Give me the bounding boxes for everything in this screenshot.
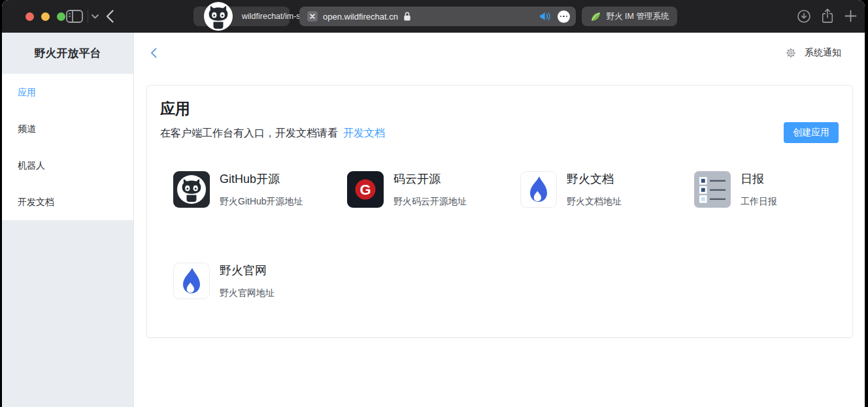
app-item-github[interactable]: GitHub开源 野火GitHub开源地址 bbox=[173, 171, 347, 208]
create-app-button[interactable]: 创建应用 bbox=[784, 122, 839, 143]
app-item-desc: 野火文档地址 bbox=[567, 196, 622, 208]
card-description: 在客户端工作台有入口，开发文档请看开发文档 bbox=[160, 127, 839, 140]
app-item-name: 码云开源 bbox=[393, 172, 467, 186]
sidebar-filler bbox=[2, 220, 133, 407]
lock-icon bbox=[403, 11, 411, 22]
leaf-icon bbox=[590, 11, 601, 22]
app-item-name: 野火官网 bbox=[220, 263, 275, 278]
app-item-desc: 野火GitHub开源地址 bbox=[220, 196, 303, 208]
app-title: 野火开放平台 bbox=[2, 33, 133, 74]
sidebar-nav: 应用 频道 机器人 开发文档 bbox=[2, 74, 133, 220]
applications-card: 应用 在客户端工作台有入口，开发文档请看开发文档 创建应用 GitHub开源 野… bbox=[146, 85, 853, 338]
tab-admin-label: 野火 IM 管理系统 bbox=[607, 11, 669, 22]
sidebar-item-channels[interactable]: 频道 bbox=[2, 110, 133, 147]
audio-speaker-icon[interactable] bbox=[539, 11, 552, 22]
zoom-window-button[interactable] bbox=[57, 12, 65, 21]
app-item-texts: 野火官网 野火官网地址 bbox=[220, 263, 275, 299]
app-root: 野火开放平台 应用 频道 机器人 开发文档 bbox=[2, 33, 865, 407]
minimize-window-button[interactable] bbox=[41, 12, 50, 21]
app-item-name: GitHub开源 bbox=[220, 172, 303, 186]
chevron-down-icon[interactable] bbox=[92, 14, 99, 19]
sidebar: 野火开放平台 应用 频道 机器人 开发文档 bbox=[2, 33, 134, 407]
more-options-icon[interactable] bbox=[558, 10, 570, 23]
browser-chrome: wildfirechat/im-s... open.wildfirechat.c… bbox=[2, 0, 865, 33]
sidebar-item-applications[interactable]: 应用 bbox=[2, 74, 133, 110]
downloads-icon[interactable] bbox=[797, 9, 811, 24]
app-item-texts: 码云开源 野火码云开源地址 bbox=[393, 171, 467, 208]
app-item-desc: 野火官网地址 bbox=[220, 287, 275, 299]
flame-icon bbox=[520, 171, 557, 208]
gitee-icon: G bbox=[347, 171, 384, 208]
tab-github-label: wildfirechat/im-s... bbox=[242, 12, 307, 21]
address-bar[interactable]: open.wildfirechat.cn bbox=[299, 7, 576, 26]
app-item-desc: 工作日报 bbox=[741, 196, 777, 208]
sidebar-item-robots[interactable]: 机器人 bbox=[2, 147, 133, 184]
app-item-texts: GitHub开源 野火GitHub开源地址 bbox=[220, 171, 303, 208]
gear-icon bbox=[786, 48, 796, 58]
app-item-website[interactable]: 野火官网 野火官网地址 bbox=[173, 263, 347, 299]
app-item-daily-report[interactable]: 日报 工作日报 bbox=[694, 171, 839, 208]
app-item-texts: 日报 工作日报 bbox=[741, 171, 777, 208]
tab-github-repo[interactable]: wildfirechat/im-s... bbox=[193, 7, 290, 26]
dev-docs-link[interactable]: 开发文档 bbox=[343, 127, 385, 138]
address-bar-controls bbox=[539, 10, 570, 23]
app-item-texts: 野火文档 野火文档地址 bbox=[567, 171, 622, 208]
card-title: 应用 bbox=[160, 99, 839, 118]
github-favicon-icon bbox=[200, 0, 237, 35]
apps-grid: GitHub开源 野火GitHub开源地址 G 码云开源 野火码云开源地址 bbox=[173, 171, 839, 299]
share-icon[interactable] bbox=[821, 8, 834, 24]
tab-admin-system[interactable]: 野火 IM 管理系统 bbox=[582, 7, 677, 26]
sidebar-toggle-icon[interactable] bbox=[66, 10, 83, 23]
svg-text:G: G bbox=[359, 182, 371, 198]
github-icon bbox=[173, 171, 210, 208]
sidebar-item-dev-docs[interactable]: 开发文档 bbox=[2, 184, 133, 220]
main-content: 系统通知 应用 在客户端工作台有入口，开发文档请看开发文档 创建应用 GitHu… bbox=[134, 33, 865, 407]
app-item-name: 日报 bbox=[741, 172, 777, 186]
window-controls bbox=[25, 12, 65, 21]
new-tab-icon[interactable] bbox=[844, 10, 857, 22]
flame-icon bbox=[173, 263, 210, 299]
address-url: open.wildfirechat.cn bbox=[323, 12, 398, 22]
app-item-name: 野火文档 bbox=[567, 172, 622, 186]
report-list-icon bbox=[694, 171, 731, 208]
close-favicon-icon bbox=[307, 11, 318, 22]
close-window-button[interactable] bbox=[25, 12, 34, 21]
app-item-gitee[interactable]: G 码云开源 野火码云开源地址 bbox=[347, 171, 520, 208]
back-icon[interactable] bbox=[106, 10, 114, 23]
app-item-docs[interactable]: 野火文档 野火文档地址 bbox=[520, 171, 694, 208]
toolbar-divider bbox=[88, 10, 88, 23]
system-notifications-button[interactable]: 系统通知 bbox=[786, 47, 841, 59]
app-item-desc: 野火码云开源地址 bbox=[393, 196, 467, 208]
collapse-sidebar-icon[interactable] bbox=[150, 48, 157, 58]
browser-window: wildfirechat/im-s... open.wildfirechat.c… bbox=[2, 0, 865, 407]
system-notifications-label: 系统通知 bbox=[805, 47, 841, 59]
content-topbar: 系统通知 bbox=[134, 33, 865, 73]
card-description-text: 在客户端工作台有入口，开发文档请看 bbox=[160, 127, 338, 138]
